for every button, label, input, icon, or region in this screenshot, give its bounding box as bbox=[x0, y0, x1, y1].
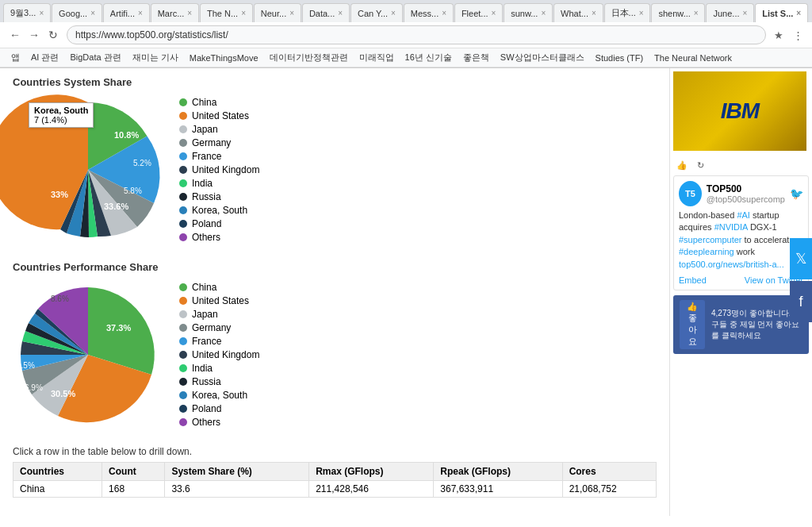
like-count-text: 4,273명이 좋아합니다. 친구들 중 제일 먼저 좋아요를 클릭하세요 bbox=[711, 308, 802, 341]
svg-text:33.6%: 33.6% bbox=[104, 202, 128, 211]
top500-name: TOP500 bbox=[707, 183, 785, 194]
tweet-link-ai[interactable]: #AI bbox=[737, 210, 750, 220]
bookmark-bigdata[interactable]: BigData 관련 bbox=[65, 50, 125, 65]
svg-text:5.8%: 5.8% bbox=[124, 187, 142, 195]
bookmark-studies[interactable]: Studies (TF) bbox=[591, 52, 649, 64]
countries-table: Countries Count System Share (%) Rmax (G… bbox=[13, 462, 657, 498]
tab-5[interactable]: Neur...× bbox=[254, 3, 301, 22]
legend-label-uk: United Kingdom bbox=[192, 164, 259, 175]
perf-label-poland: Poland bbox=[192, 403, 221, 414]
social-bar: 👍 ↻ bbox=[673, 156, 809, 175]
facebook-float-btn[interactable]: f bbox=[790, 281, 812, 322]
svg-text:10.8%: 10.8% bbox=[114, 130, 139, 140]
tab-14[interactable]: June...× bbox=[706, 3, 754, 22]
legend-label-others: Others bbox=[192, 232, 220, 243]
avatar-text: T5 bbox=[685, 189, 695, 198]
bookmark-make[interactable]: MakeThingsMove bbox=[185, 52, 263, 64]
legend-dot-india bbox=[179, 179, 187, 187]
address-bar[interactable] bbox=[67, 25, 766, 44]
perf-dot-japan bbox=[179, 310, 187, 318]
perf-label-korea: Korea, South bbox=[192, 390, 247, 401]
back-button[interactable]: ← bbox=[6, 26, 24, 44]
tab-13[interactable]: shenw...× bbox=[651, 3, 705, 22]
perf-label-india: India bbox=[192, 363, 213, 374]
tweet-footer: Embed View on Twitter bbox=[679, 275, 803, 285]
col-countries: Countries bbox=[13, 463, 102, 481]
legend-item-india: India bbox=[179, 178, 259, 189]
perf-legend-us: United States bbox=[179, 295, 259, 306]
thumbs-up-icon: 👍 bbox=[687, 302, 698, 311]
legend-dot-france bbox=[179, 152, 187, 160]
perf-legend-uk: United Kingdom bbox=[179, 349, 259, 360]
legend-label-china: China bbox=[192, 97, 216, 108]
tab-7[interactable]: Can Y...× bbox=[350, 3, 403, 22]
perf-label-japan: Japan bbox=[192, 309, 218, 320]
bookmark-sw[interactable]: SW상업마스터클래스 bbox=[496, 50, 589, 65]
tab-15-active[interactable]: List S...× bbox=[755, 3, 808, 22]
bookmark-neural[interactable]: The Neural Network bbox=[649, 52, 737, 64]
bookmark-apps[interactable]: 앱 bbox=[6, 50, 25, 65]
bookmark-goodbook[interactable]: 좋은책 bbox=[458, 50, 494, 65]
cell-system-share: 33.6 bbox=[165, 481, 309, 498]
legend-item-poland: Poland bbox=[179, 218, 259, 229]
twitter-retweet-btn[interactable]: ↻ bbox=[694, 159, 707, 172]
system-share-legend: China United States Japan Germany bbox=[179, 97, 259, 243]
legend-dot-germany bbox=[179, 139, 187, 147]
browser-chrome: 9월3...× Goog...× Artifi...× Marc...× The… bbox=[0, 0, 812, 68]
bookmark-data-policy[interactable]: 데이터기반정책관련 bbox=[265, 50, 353, 65]
bookmark-ai[interactable]: AI 관련 bbox=[26, 50, 63, 65]
perf-dot-us bbox=[179, 297, 187, 305]
tab-6[interactable]: Data...× bbox=[302, 3, 350, 22]
legend-item-uk: United Kingdom bbox=[179, 164, 259, 175]
legend-label-france: France bbox=[192, 151, 221, 162]
star-icon[interactable]: ★ bbox=[771, 27, 787, 43]
tab-3[interactable]: Marc...× bbox=[151, 3, 199, 22]
embed-button[interactable]: Embed bbox=[679, 275, 707, 285]
tab-9[interactable]: Fleet...× bbox=[454, 3, 503, 22]
tab-2[interactable]: Artifi...× bbox=[103, 3, 150, 22]
facebook-like-button[interactable]: 👍 좋아요 bbox=[680, 300, 705, 349]
svg-text:5.2%: 5.2% bbox=[133, 159, 151, 167]
svg-text:37.3%: 37.3% bbox=[106, 323, 131, 333]
perf-label-others: Others bbox=[192, 417, 220, 428]
tooltip-title: Korea, South bbox=[34, 106, 88, 115]
table-row-china[interactable]: China 168 33.6 211,428,546 367,633,911 2… bbox=[13, 481, 657, 498]
legend-label-russia: Russia bbox=[192, 191, 221, 202]
legend-dot-uk bbox=[179, 166, 187, 174]
legend-item-france: France bbox=[179, 151, 259, 162]
perf-dot-russia bbox=[179, 378, 187, 386]
like-btn-label: 좋아요 bbox=[688, 313, 697, 346]
perf-legend-russia: Russia bbox=[179, 376, 259, 387]
tab-1[interactable]: Goog...× bbox=[52, 3, 102, 22]
floating-social: 𝕏 f bbox=[790, 238, 812, 322]
tab-10[interactable]: sunw...× bbox=[504, 3, 553, 22]
legend-dot-china bbox=[179, 98, 187, 106]
menu-icon[interactable]: ⋮ bbox=[790, 27, 806, 43]
tab-bar: 9월3...× Goog...× Artifi...× Marc...× The… bbox=[0, 0, 812, 22]
tweet-link-article[interactable]: top500.org/news/british-a... bbox=[679, 260, 784, 269]
legend-item-china: China bbox=[179, 97, 259, 108]
twitter-float-btn[interactable]: 𝕏 bbox=[790, 238, 812, 279]
legend-item-germany: Germany bbox=[179, 137, 259, 148]
tab-4[interactable]: The N...× bbox=[200, 3, 253, 22]
tab-0[interactable]: 9월3...× bbox=[3, 3, 51, 22]
legend-dot-korea bbox=[179, 206, 187, 214]
tweet-link-super[interactable]: #supercomputer bbox=[679, 235, 742, 244]
refresh-button[interactable]: ↻ bbox=[44, 26, 62, 44]
tab-11[interactable]: What...× bbox=[553, 3, 603, 22]
ibm-image: IBM bbox=[673, 71, 806, 151]
bookmark-16yr[interactable]: 16년 신기술 bbox=[400, 50, 457, 65]
legend-label-korea: Korea, South bbox=[192, 205, 247, 216]
tweet-link-deep[interactable]: #deeplearning bbox=[679, 247, 734, 256]
forward-button[interactable]: → bbox=[25, 26, 43, 44]
bookmark-articles[interactable]: 재미는 기사 bbox=[128, 50, 183, 65]
performance-share-chart-container: 37.3% 30.5% 6.9% 5.5% 8.6% China United bbox=[13, 279, 657, 430]
tab-8[interactable]: Mess...× bbox=[404, 3, 454, 22]
tab-12[interactable]: 日本...× bbox=[604, 3, 651, 22]
twitter-like-btn[interactable]: 👍 bbox=[673, 159, 691, 172]
performance-share-pie-wrapper: 37.3% 30.5% 6.9% 5.5% 8.6% bbox=[13, 279, 163, 430]
tweet-link-nvidia[interactable]: #NVIDIA bbox=[714, 222, 748, 232]
bookmark-future[interactable]: 미래직업 bbox=[354, 50, 399, 65]
perf-legend-france: France bbox=[179, 336, 259, 347]
perf-legend-china: China bbox=[179, 282, 259, 293]
